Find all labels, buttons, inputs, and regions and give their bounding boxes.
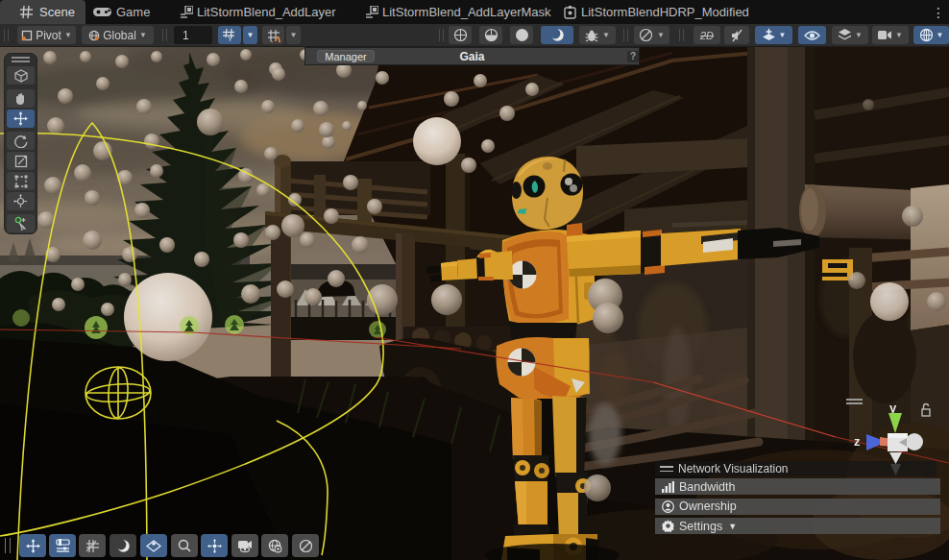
svg-text:z: z bbox=[854, 434, 861, 449]
svg-text:y: y bbox=[889, 401, 897, 415]
svg-text:Y: Y bbox=[228, 35, 233, 42]
